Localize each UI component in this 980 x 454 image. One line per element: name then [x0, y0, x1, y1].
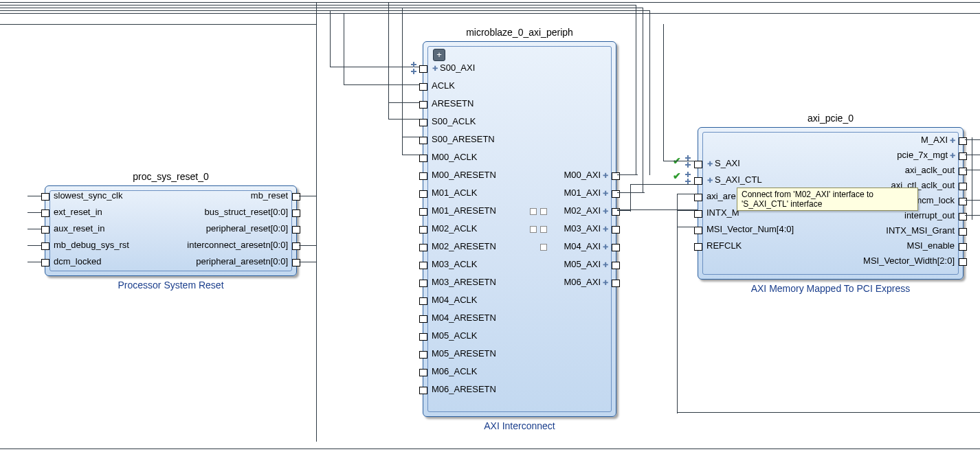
port-m03-axi[interactable]: [612, 226, 620, 234]
port-s-axi-ctl[interactable]: [694, 177, 702, 185]
port-label: ARESETN: [432, 98, 474, 109]
wire: [27, 262, 41, 262]
wire: [27, 212, 41, 213]
port-label: M02_ARESETN: [432, 241, 496, 251]
wire: [299, 196, 316, 196]
wire: [617, 192, 645, 193]
port-m05-aclk[interactable]: [419, 333, 427, 341]
port-axi-aresetn[interactable]: [694, 194, 702, 201]
port-msi-vector-num[interactable]: [694, 227, 702, 234]
port-m05-aresetn[interactable]: [419, 351, 427, 359]
port-label: M06_AXI: [564, 277, 601, 287]
port-aresetn[interactable]: [419, 101, 427, 109]
port-peripheral-aresetn[interactable]: [292, 259, 300, 266]
port-msi-enable[interactable]: [959, 243, 967, 251]
port-ext-reset-in[interactable]: [41, 209, 49, 217]
port-m04-axi[interactable]: [612, 244, 620, 251]
bus-icon: ✚: [706, 161, 713, 168]
port-m01-aclk[interactable]: [419, 190, 427, 198]
port-label: INTX_M: [706, 207, 739, 218]
bus-icon: ✚: [949, 137, 956, 144]
port-label: M00_ARESETN: [432, 170, 496, 180]
port-m01-aresetn[interactable]: [419, 208, 427, 216]
bus-icon: ✚: [602, 172, 609, 179]
port-axi-aclk-out[interactable]: [959, 168, 967, 175]
port-slowest-sync-clk[interactable]: [41, 193, 49, 201]
port-intx-msi-grant[interactable]: [959, 228, 967, 236]
block-axi-interconnect[interactable]: microblaze_0_axi_periph AXI Interconnect…: [423, 41, 616, 417]
port-s-axi[interactable]: [694, 161, 702, 168]
port-m03-aresetn[interactable]: [419, 280, 427, 287]
port-mb-debug-sys-rst[interactable]: [41, 242, 49, 250]
wire: [617, 210, 631, 211]
port-dcm-locked[interactable]: [41, 259, 49, 266]
port-s00-aresetn[interactable]: [419, 137, 427, 144]
port-label: S_AXI: [715, 158, 740, 168]
port-msi-vector-width[interactable]: [959, 258, 967, 266]
port-intx-msi-request[interactable]: [694, 210, 702, 218]
port-m06-aresetn[interactable]: [419, 387, 427, 394]
port-aux-reset-in[interactable]: [41, 226, 49, 234]
port-label: M01_AXI: [564, 188, 601, 198]
port-label: S00_ACLK: [432, 116, 476, 126]
crossover-icon: [540, 226, 547, 233]
wire: [0, 13, 980, 14]
bus-stub-icon: [685, 162, 691, 168]
wire: [299, 262, 316, 262]
port-mb-reset[interactable]: [292, 193, 300, 201]
port-label: M03_AXI: [564, 223, 601, 234]
bus-icon: ✚: [602, 226, 609, 233]
port-refclk[interactable]: [694, 243, 702, 251]
port-m04-aresetn[interactable]: [419, 315, 427, 323]
wire: [677, 194, 678, 413]
port-label: M04_ARESETN: [432, 313, 496, 323]
bus-stub-icon: [685, 155, 691, 161]
port-label: peripheral_reset[0:0]: [206, 223, 288, 234]
port-bus-struct-reset[interactable]: [292, 209, 300, 217]
wire: [965, 215, 980, 216]
wire: [330, 10, 331, 67]
port-m03-aclk[interactable]: [419, 262, 427, 269]
bus-icon: ✚: [706, 177, 713, 184]
wire: [316, 2, 317, 442]
port-m00-axi[interactable]: [612, 172, 620, 180]
port-m06-aclk[interactable]: [419, 369, 427, 376]
expand-button[interactable]: +: [433, 49, 445, 61]
bus-stub-icon: [685, 172, 691, 177]
port-m04-aclk[interactable]: [419, 297, 427, 305]
port-m02-aclk[interactable]: [419, 226, 427, 234]
wire: [630, 184, 631, 212]
port-s00-axi[interactable]: [419, 65, 427, 73]
port-label: bus_struct_reset[0:0]: [205, 207, 288, 217]
block-proc-sys-reset[interactable]: proc_sys_reset_0 Processor System Reset …: [45, 185, 297, 276]
port-m-axi[interactable]: [959, 137, 967, 145]
port-m00-aclk[interactable]: [419, 155, 427, 162]
wire: [0, 10, 649, 11]
port-m00-aresetn[interactable]: [419, 172, 427, 180]
block-design-canvas[interactable]: proc_sys_reset_0 Processor System Reset …: [0, 0, 980, 454]
wire: [663, 161, 695, 161]
port-m06-axi[interactable]: [612, 280, 620, 287]
port-interconnect-aresetn[interactable]: [292, 242, 300, 250]
crossover-icon: [530, 226, 537, 233]
port-s00-aclk[interactable]: [419, 119, 427, 126]
wire: [344, 13, 344, 84]
port-label: axi_aclk_out: [905, 165, 955, 175]
wire: [965, 155, 980, 155]
port-mmcm-lock[interactable]: [959, 198, 967, 205]
port-axi-ctl-aclk-out[interactable]: [959, 183, 967, 190]
port-interrupt-out[interactable]: [959, 213, 967, 220]
port-label: interrupt_out: [904, 210, 955, 220]
port-m01-axi[interactable]: [612, 190, 620, 198]
wire: [965, 170, 980, 170]
wire: [649, 10, 650, 175]
port-label: mb_reset: [251, 190, 288, 201]
port-m05-axi[interactable]: [612, 262, 620, 269]
port-aclk[interactable]: [419, 83, 427, 91]
bus-stub-icon: [685, 179, 691, 184]
port-pcie-7x-mgt[interactable]: [959, 152, 967, 160]
port-label: S_AXI_CTL: [715, 174, 762, 185]
port-peripheral-reset[interactable]: [292, 226, 300, 234]
wire: [643, 8, 643, 193]
port-m02-aresetn[interactable]: [419, 244, 427, 251]
